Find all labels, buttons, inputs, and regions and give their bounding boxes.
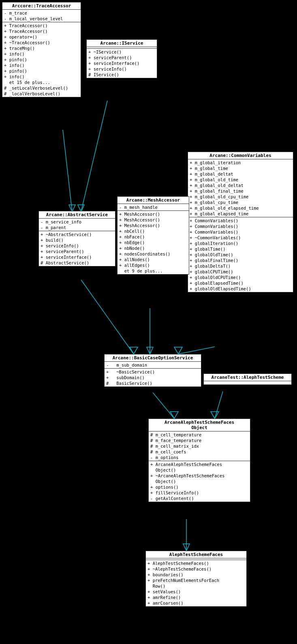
cv-f3: + m_global_deltat xyxy=(190,171,291,177)
fo-methods: + ArcaneAlephTestSchemeFaces Object() + … xyxy=(149,461,250,502)
ma-m2: + MeshAccessor() xyxy=(119,217,187,223)
basic-case-title: Arcane::BasicCaseOptionService xyxy=(105,354,201,362)
ma-m4: + nbCell() xyxy=(119,228,187,234)
trace-accessor-methods: + TraceAccessor() + TraceAccessor() + op… xyxy=(2,22,81,97)
cv-m12: + globalElapsedTime() xyxy=(190,280,291,286)
fo-m1b: Object() xyxy=(150,467,248,473)
ma-f1: - m_mesh_handle xyxy=(119,204,187,210)
faces-object-box: ArcaneAlephTestSchemeFacesObject # m_cel… xyxy=(148,419,250,502)
ta-m13: # _localVerboseLevel() xyxy=(4,91,79,97)
svg-line-12 xyxy=(153,393,174,419)
svg-marker-9 xyxy=(174,347,182,354)
ma-m11: et 9 de plus... xyxy=(119,268,187,274)
cv-m11: + globalOldCPUTime() xyxy=(190,275,291,280)
cv-f1: + m_global_iteration xyxy=(190,160,291,165)
cv-m6: + globalTime() xyxy=(190,246,291,252)
fo-m4: + fillServiceInfo() xyxy=(150,490,248,496)
svg-marker-7 xyxy=(147,347,153,354)
as-m4: + serviceParent() xyxy=(41,249,113,254)
cv-m9: + globalDeltaT() xyxy=(190,263,291,269)
atsf-m3: + boundaries() xyxy=(147,572,245,577)
ta-field-2: - m_local_verbose_level xyxy=(4,16,79,21)
ma-m6: + nbEdge() xyxy=(119,240,187,245)
bc-m1: + ~BasicService() xyxy=(106,369,199,375)
uml-diagram: Arccore::TraceAccessor - m_trace - m_loc… xyxy=(0,0,297,644)
common-variables-title: Arcane::CommonVariables xyxy=(188,152,293,159)
atsf-m4b: Row() xyxy=(147,583,245,589)
cv-f5: + m_global_old_deltat xyxy=(190,182,291,188)
atsf-m1: + AlephTestSchemeFaces() xyxy=(147,560,245,566)
ta-m5: + traceMng() xyxy=(4,45,79,51)
ta-m9: + pinfo() xyxy=(4,68,79,74)
svg-marker-15 xyxy=(183,544,190,551)
iservice-methods: + ~IService() + serviceParent() + servic… xyxy=(87,49,157,78)
ta-m1: + TraceAccessor() xyxy=(4,23,79,28)
aleph-test-scheme-faces-box: AlephTestSchemeFaces + AlephTestSchemeFa… xyxy=(145,551,247,607)
ta-field-1: - m_trace xyxy=(4,10,79,16)
cv-m7: + globalOldTime() xyxy=(190,252,291,258)
cv-f7: + m_global_old_cpu_time xyxy=(190,194,291,200)
cv-m8: + globalFinalTime() xyxy=(190,258,291,263)
ta-m7: + pinfo() xyxy=(4,57,79,62)
cv-methods: + CommonVariables() + CommonVariables() … xyxy=(188,217,293,292)
ma-m3: + MeshAccessor() xyxy=(119,223,187,228)
mesh-accessor-title: Arcane::MeshAccessor xyxy=(118,197,189,204)
cv-m4: + ~CommonVariables() xyxy=(190,235,291,240)
is-m1: + ~IService() xyxy=(88,49,155,55)
svg-line-2 xyxy=(81,101,107,212)
as-f1: - m_service_info xyxy=(41,219,113,225)
fo-f5: - m_options xyxy=(150,455,248,460)
cv-f4: + m_global_old_time xyxy=(190,177,291,182)
as-m1: + ~AbstractService() xyxy=(41,232,113,237)
basic-case-option-service-box: Arcane::BasicCaseOptionService - m_sub_d… xyxy=(104,354,201,387)
abstract-service-box: Arcane::AbstractService - m_service_info… xyxy=(38,211,115,266)
ta-m2: + TraceAccessor() xyxy=(4,28,79,34)
atsf-m4: + preFetchNumElementsForEach xyxy=(147,577,245,583)
fo-m2b: Object() xyxy=(150,479,248,484)
cv-m1: + CommonVariables() xyxy=(190,218,291,223)
svg-marker-11 xyxy=(211,412,219,419)
svg-line-0 xyxy=(63,130,72,212)
as-f2: - m_parent xyxy=(41,225,113,230)
cv-m10: + globalCPUTime() xyxy=(190,269,291,275)
atsf-methods: + AlephTestSchemeFaces() + ~AlephTestSch… xyxy=(146,560,246,606)
cv-f6: + m_global_final_time xyxy=(190,188,291,194)
trace-accessor-fields: - m_trace - m_local_verbose_level xyxy=(2,10,81,22)
iservice-title: Arcane::IService xyxy=(87,40,157,47)
abstract-service-title: Arcane::AbstractService xyxy=(39,211,115,219)
cv-f2: + m_global_time xyxy=(190,165,291,171)
ma-methods: + MeshAccessor() + MeshAccessor() + Mesh… xyxy=(118,211,189,274)
atsf-title: AlephTestSchemeFaces xyxy=(146,551,246,558)
ma-m5: + nbFace() xyxy=(119,234,187,240)
ma-m7: + nbNode() xyxy=(119,245,187,251)
atsf-m6: + amrRefine() xyxy=(147,595,245,600)
cv-f10: + m_global_elapsed_time xyxy=(190,211,291,217)
iservice-box: Arcane::IService + ~IService() + service… xyxy=(86,39,157,78)
fo-f4: # m_cell_coefs xyxy=(150,449,248,455)
atsf-m2: + ~AlephTestSchemeFaces() xyxy=(147,566,245,572)
as-methods: + ~AbstractService() + build() + service… xyxy=(39,231,115,266)
cv-m13: + globalOldElapsedTime() xyxy=(190,286,291,292)
is-m5: # IService() xyxy=(88,72,155,77)
fo-f1: # m_cell_temperature xyxy=(150,432,248,438)
bc-methods: + ~BasicService() + subDomain() # BasicS… xyxy=(105,369,201,386)
svg-line-4 xyxy=(81,280,134,354)
common-variables-box: Arcane::CommonVariables + m_global_itera… xyxy=(188,152,293,292)
fo-f3: # m_cell_matrix_idx xyxy=(150,443,248,449)
svg-marker-13 xyxy=(170,412,178,419)
ats-empty xyxy=(204,381,291,384)
mesh-accessor-box: Arcane::MeshAccessor - m_mesh_handle + M… xyxy=(117,196,189,275)
cv-f9: + m_global_old_elapsed_time xyxy=(190,205,291,211)
bc-m3: # BasicService() xyxy=(106,380,199,386)
svg-line-10 xyxy=(215,391,223,419)
ta-m12: # _setLocalVerboseLevel() xyxy=(4,85,79,91)
ta-m11: et 15 de plus... xyxy=(4,79,79,85)
as-m2: + build() xyxy=(41,237,113,243)
bc-f1: - m_sub_domain xyxy=(106,362,199,368)
ma-m1: + MeshAccessor() xyxy=(119,211,187,217)
faces-object-title: ArcaneAlephTestSchemeFacesObject xyxy=(149,419,250,431)
ta-m4: + ~TraceAccessor() xyxy=(4,40,79,45)
cv-m5: + globalIteration() xyxy=(190,240,291,246)
aleph-test-scheme-title: ArcaneTest::AlephTestScheme xyxy=(204,374,291,381)
svg-marker-5 xyxy=(130,347,138,354)
